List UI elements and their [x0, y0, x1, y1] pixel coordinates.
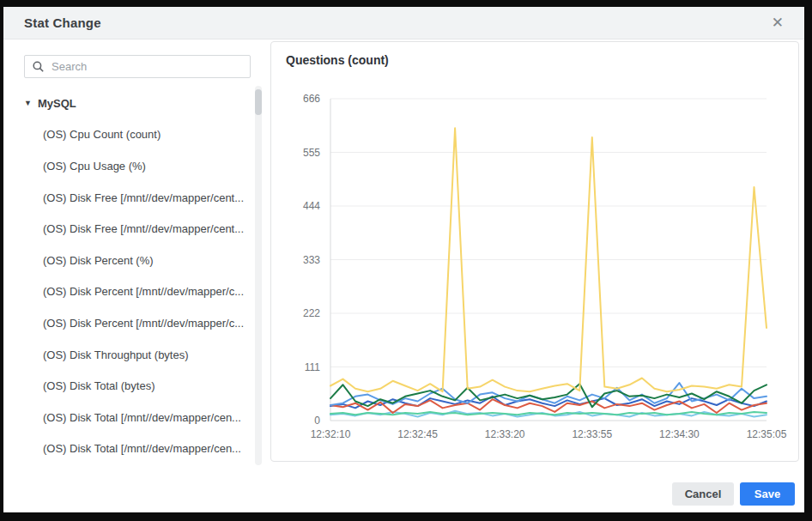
x-tick-label: 12:32:10: [311, 428, 351, 440]
y-tick-label: 444: [303, 200, 320, 212]
y-tick-label: 222: [303, 307, 320, 319]
tree-node-label: MySQL: [38, 97, 76, 110]
list-item[interactable]: (OS) Disk Percent [/mnt//dev/mapper/c...: [24, 307, 249, 339]
list-item[interactable]: (OS) Cpu Usage (%): [24, 150, 249, 182]
dialog-footer: Cancel Save: [3, 475, 804, 512]
dialog-header: Stat Change ✕: [3, 7, 804, 39]
dialog-title: Stat Change: [24, 15, 101, 30]
scrollbar-thumb[interactable]: [255, 89, 262, 115]
y-tick-label: 555: [303, 147, 320, 159]
list-item[interactable]: (OS) Disk Throughput (bytes): [24, 339, 249, 371]
collapse-icon[interactable]: ▼: [24, 99, 32, 107]
list-item[interactable]: (OS) Disk Total [/mnt//dev/mapper/cen...: [24, 433, 249, 465]
y-tick-label: 111: [305, 361, 321, 373]
x-tick-label: 12:34:30: [659, 428, 700, 440]
x-tick-label: 12:32:45: [397, 428, 438, 440]
list-item[interactable]: (OS) Disk Percent (%): [24, 245, 249, 276]
x-tick-label: 12:35:05: [747, 428, 787, 440]
list-scrollbar[interactable]: [255, 86, 262, 465]
cancel-button[interactable]: Cancel: [672, 482, 734, 506]
chart-title: Questions (count): [286, 53, 389, 67]
search-icon: [33, 61, 44, 72]
list-item[interactable]: (OS) Disk Percent [/mnt//dev/mapper/c...: [24, 276, 249, 308]
list-item[interactable]: (OS) Cpu Count (count): [24, 119, 249, 151]
x-tick-label: 12:33:55: [572, 428, 612, 440]
chart-card: Questions (count) 011122233344455566612:…: [270, 41, 799, 462]
y-tick-label: 333: [303, 254, 320, 266]
list-item[interactable]: (OS) Disk Free [/mnt//dev/mapper/cent...: [24, 182, 249, 214]
line-chart: 011122233344455566612:32:1012:32:4512:33…: [277, 76, 792, 447]
y-tick-label: 0: [314, 415, 320, 427]
close-icon[interactable]: ✕: [768, 14, 787, 32]
search-input[interactable]: [50, 59, 250, 74]
tree-node-mysql[interactable]: ▼MySQL: [24, 88, 249, 119]
list-item[interactable]: (OS) Disk Free [/mnt//dev/mapper/cent...: [24, 213, 249, 245]
x-tick-label: 12:33:20: [485, 428, 525, 440]
y-tick-label: 666: [303, 93, 320, 105]
list-item[interactable]: (OS) Disk Total [/mnt//dev/mapper/cen...: [24, 402, 249, 433]
list-item[interactable]: (OS) Disk Total (bytes): [24, 370, 249, 402]
stat-change-dialog: Stat Change ✕ ▼MySQL(OS) Cpu Count (coun…: [3, 7, 804, 512]
search-box: [24, 55, 251, 78]
metric-list: ▼MySQL(OS) Cpu Count (count)(OS) Cpu Usa…: [24, 88, 249, 470]
save-button[interactable]: Save: [740, 482, 795, 506]
